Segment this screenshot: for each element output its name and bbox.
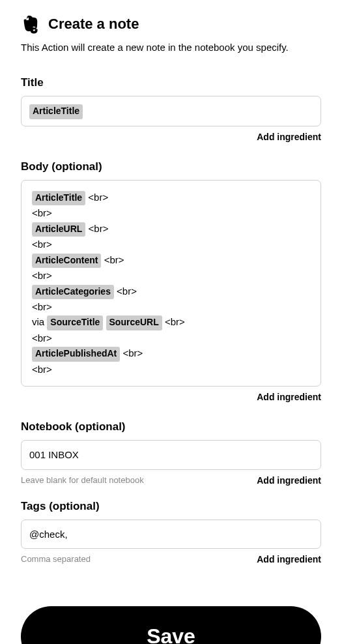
ingredient-chip[interactable]: SourceTitle <box>47 315 103 330</box>
body-add-ingredient-link[interactable]: Add ingredient <box>257 392 321 402</box>
ingredient-chip[interactable]: ArticleContent <box>32 254 101 269</box>
title-field-group: Title ArticleTitle Add ingredient <box>21 76 321 142</box>
tags-value: @check, <box>29 529 68 540</box>
notebook-hint: Leave blank for default notebook <box>21 475 144 485</box>
body-input[interactable]: ArticleTitle <br><br> ArticleURL <br><br… <box>21 180 321 387</box>
tags-field-group: Tags (optional) @check, Comma separated … <box>21 500 321 564</box>
notebook-add-ingredient-link[interactable]: Add ingredient <box>257 475 321 486</box>
title-add-ingredient-link[interactable]: Add ingredient <box>257 132 321 142</box>
tags-label: Tags (optional) <box>21 500 321 513</box>
ingredient-chip[interactable]: SourceURL <box>106 315 162 330</box>
ingredient-chip[interactable]: ArticleURL <box>32 222 85 237</box>
notebook-input[interactable]: 001 INBOX <box>21 440 321 469</box>
page-title: Create a note <box>48 16 139 33</box>
notebook-label: Notebook (optional) <box>21 420 321 433</box>
notebook-field-group: Notebook (optional) 001 INBOX Leave blan… <box>21 420 321 485</box>
save-button[interactable]: Save <box>21 606 321 644</box>
page-description: This Action will create a new note in th… <box>21 42 321 53</box>
tags-add-ingredient-link[interactable]: Add ingredient <box>257 554 321 564</box>
page-header: Create a note <box>21 14 321 34</box>
body-field-group: Body (optional) ArticleTitle <br><br> Ar… <box>21 160 321 403</box>
tags-input[interactable]: @check, <box>21 520 321 549</box>
ingredient-chip[interactable]: ArticleTitle <box>29 104 83 119</box>
tags-hint: Comma separated <box>21 554 91 564</box>
title-label: Title <box>21 76 321 89</box>
ingredient-chip[interactable]: ArticleTitle <box>32 191 85 206</box>
notebook-value: 001 INBOX <box>29 449 79 460</box>
ingredient-chip[interactable]: ArticleCategories <box>32 285 114 300</box>
ingredient-chip[interactable]: ArticlePublishedAt <box>32 347 120 362</box>
evernote-icon <box>21 14 40 34</box>
body-label: Body (optional) <box>21 160 321 173</box>
title-input[interactable]: ArticleTitle <box>21 96 321 126</box>
